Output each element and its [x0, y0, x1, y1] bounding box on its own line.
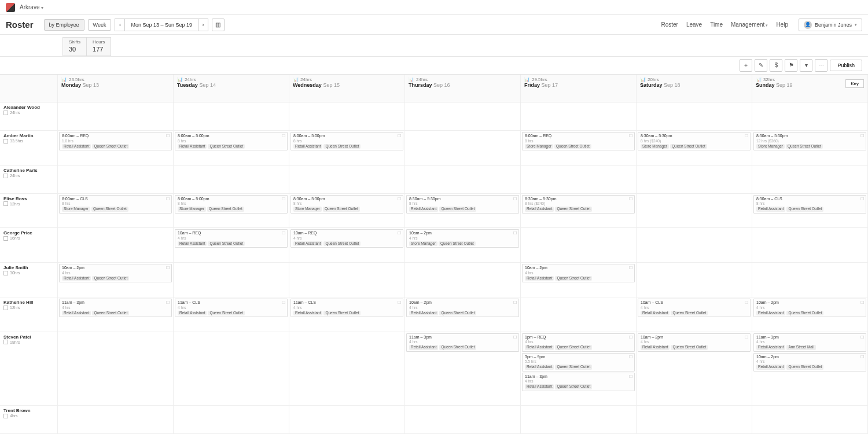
roster-slot[interactable]: [405, 102, 521, 131]
shift-card[interactable]: ☐ 10am – 2pm 4 hrs Store ManagerQueen St…: [406, 229, 519, 248]
employee-checkbox[interactable]: [3, 139, 8, 144]
shift-card[interactable]: ☐ 11am – 3pm 4 hrs Retail AssistantQueen…: [522, 373, 635, 391]
shift-card[interactable]: ☐ 11am – 3pm 4 hrs Retail AssistantQueen…: [59, 299, 172, 317]
roster-slot[interactable]: ☐ 10am – 2pm 4 hrs Retail AssistantQueen…: [405, 297, 521, 332]
roster-slot[interactable]: [752, 165, 868, 194]
roster-slot[interactable]: ☐ 8:00am – 5:00pm 8 hrs Store ManagerQue…: [174, 194, 289, 229]
shift-card[interactable]: ☐ 10am – 2pm 4 hrs Retail AssistantQueen…: [753, 299, 866, 317]
add-shift-icon[interactable]: ＋: [740, 59, 752, 72]
more-icon[interactable]: ⋯: [815, 59, 827, 72]
roster-slot[interactable]: ☐ 10am – 2pm 4 hrs Retail AssistantQueen…: [752, 297, 868, 332]
shift-card[interactable]: ☐ 10am – 2pm 4 hrs Retail AssistantQueen…: [406, 299, 519, 317]
org-switcher[interactable]: Arkrave: [20, 4, 43, 10]
publish-button[interactable]: Publish: [830, 60, 862, 71]
roster-slot[interactable]: [521, 102, 637, 131]
roster-slot[interactable]: ☐ 8:00am – CLS 8 hrs Store ManagerQueen …: [58, 194, 174, 229]
roster-slot[interactable]: [405, 263, 521, 297]
employee-checkbox[interactable]: [3, 340, 8, 344]
roster-slot[interactable]: [637, 263, 752, 297]
employee-cell[interactable]: George Price 16hrs: [0, 228, 58, 263]
employee-checkbox[interactable]: [3, 201, 8, 206]
roster-slot[interactable]: [174, 102, 289, 131]
shift-card[interactable]: ☐ 8:00am – REQ 8 hrs Store ManagerQueen …: [522, 132, 635, 150]
roster-slot[interactable]: ☐ 11am – 3pm 4 hrs Retail AssistantQueen…: [405, 332, 521, 406]
nav-help[interactable]: Help: [776, 21, 788, 28]
shift-card[interactable]: ☐ 11am – 3pm 4 hrs Retail AssistantAnn S…: [753, 333, 866, 352]
employee-cell[interactable]: Trent Brown 4hrs: [0, 406, 58, 434]
roster-slot[interactable]: ☐ 10am – 2pm 4 hrs Retail AssistantQueen…: [58, 263, 174, 297]
roster-slot[interactable]: [289, 165, 405, 194]
roster-slot[interactable]: [58, 102, 174, 131]
roster-slot[interactable]: [637, 406, 752, 434]
roster-slot[interactable]: ☐ 8:30am – 5:30pm 8 hrs ($240) Retail As…: [521, 194, 637, 229]
shift-card[interactable]: ☐ 8:00am – CLS 8 hrs Store ManagerQueen …: [59, 195, 172, 214]
roster-slot[interactable]: [174, 165, 289, 194]
roster-slot[interactable]: [752, 102, 868, 131]
shift-card[interactable]: ☐ 8:30am – 5:30pm 12 hrs ($360) Store Ma…: [753, 132, 866, 150]
shift-card[interactable]: ☐ 11am – CLS 4 hrs Retail AssistantQueen…: [175, 299, 288, 317]
employee-cell[interactable]: Catherine Paris 24hrs: [0, 165, 58, 194]
roster-slot[interactable]: [752, 406, 868, 434]
roster-slot[interactable]: [752, 263, 868, 297]
nav-time[interactable]: Time: [710, 21, 723, 28]
roster-slot[interactable]: [58, 165, 174, 194]
roster-slot[interactable]: [637, 165, 752, 194]
filter-icon[interactable]: ▾: [800, 59, 812, 72]
roster-slot[interactable]: [174, 332, 289, 406]
employee-cell[interactable]: Julie Smith 30hrs: [0, 263, 58, 297]
roster-slot[interactable]: ☐ 11am – CLS 4 hrs Retail AssistantQueen…: [289, 297, 405, 332]
roster-slot[interactable]: [521, 297, 637, 332]
user-menu[interactable]: 👤 Benjamin Jones: [799, 19, 862, 31]
shift-card[interactable]: ☐ 8:30am – CLS 8 hrs Retail AssistantQue…: [753, 195, 866, 214]
shift-card[interactable]: ☐ 8:30am – 5:30pm 8 hrs Store ManagerQue…: [290, 195, 403, 214]
roster-slot[interactable]: [521, 165, 637, 194]
shift-card[interactable]: ☐ 8:00am – 5:00pm 8 hrs Store ManagerQue…: [175, 195, 288, 214]
roster-slot[interactable]: ☐ 8:00am – REQ 8 hrs Store ManagerQueen …: [521, 131, 637, 165]
employee-checkbox[interactable]: [3, 414, 8, 418]
roster-slot[interactable]: [289, 332, 405, 406]
roster-slot[interactable]: ☐ 11am – 3pm 4 hrs Retail AssistantAnn S…: [752, 332, 868, 406]
roster-slot[interactable]: ☐ 8:30am – 5:30pm 8 hrs Store ManagerQue…: [289, 194, 405, 229]
employee-cell[interactable]: Elise Ross 12hrs: [0, 194, 58, 229]
shift-card[interactable]: ☐ 10am – 2pm 4 hrs Retail AssistantQueen…: [522, 264, 635, 282]
roster-slot[interactable]: ☐ 8:30am – 5:30pm 8 hrs ($240) Store Man…: [637, 131, 752, 165]
employee-checkbox[interactable]: [3, 111, 8, 115]
roster-slot[interactable]: ☐ 8:00am – 5:00pm 8 hrs Retail Assistant…: [289, 131, 405, 165]
nav-management[interactable]: Management: [731, 21, 768, 28]
period-week[interactable]: Week: [88, 19, 112, 31]
roster-slot[interactable]: [58, 406, 174, 434]
roster-slot[interactable]: ☐ 10am – 2pm 4 hrs Retail AssistantQueen…: [521, 263, 637, 297]
nav-leave[interactable]: Leave: [686, 21, 702, 28]
shift-card[interactable]: ☐ 8:00am – 5:00pm 8 hrs Retail Assistant…: [290, 132, 403, 150]
roster-slot[interactable]: ☐ 10am – 2pm 4 hrs Store ManagerQueen St…: [405, 228, 521, 263]
roster-slot[interactable]: [289, 263, 405, 297]
roster-slot[interactable]: ☐ 8:30am – 5:30pm 8 hrs Retail Assistant…: [405, 194, 521, 229]
shift-card[interactable]: ☐ 8:30am – 5:30pm 8 hrs Retail Assistant…: [406, 195, 519, 214]
roster-slot[interactable]: [405, 131, 521, 165]
roster-slot[interactable]: [405, 165, 521, 194]
employee-checkbox[interactable]: [3, 236, 8, 241]
shift-card[interactable]: ☐ 3pm – 9pm 5.5 hrs Retail AssistantQuee…: [522, 353, 635, 372]
roster-slot[interactable]: [521, 406, 637, 434]
roster-slot[interactable]: [289, 406, 405, 434]
shift-card[interactable]: ☐ 8:00am – 5:00pm 8 hrs Retail Assistant…: [175, 132, 288, 150]
roster-slot[interactable]: ☐ 8:00am – REQ 1.0 hrs Retail AssistantQ…: [58, 131, 174, 165]
employee-cell[interactable]: Alexander Wood 24hrs: [0, 102, 58, 131]
shift-card[interactable]: ☐ 10am – 2pm 4 hrs Retail AssistantQueen…: [59, 264, 172, 282]
view-by-employee[interactable]: by Employee: [44, 19, 84, 31]
roster-slot[interactable]: ☐ 11am – 3pm 4 hrs Retail AssistantQueen…: [58, 297, 174, 332]
roster-slot[interactable]: ☐ 10am – REQ 4 hrs Retail AssistantQueen…: [174, 228, 289, 263]
roster-slot[interactable]: [521, 228, 637, 263]
roster-slot[interactable]: [405, 406, 521, 434]
roster-slot[interactable]: [58, 332, 174, 406]
nav-roster[interactable]: Roster: [661, 21, 678, 28]
employee-checkbox[interactable]: [3, 306, 8, 310]
roster-slot[interactable]: [637, 194, 752, 229]
roster-slot[interactable]: ☐ 10am – REQ 4 hrs Retail AssistantQueen…: [289, 228, 405, 263]
shift-card[interactable]: ☐ 10am – REQ 4 hrs Retail AssistantQueen…: [290, 229, 403, 248]
roster-slot[interactable]: ☐ 8:30am – CLS 8 hrs Retail AssistantQue…: [752, 194, 868, 229]
shift-card[interactable]: ☐ 8:30am – 5:30pm 8 hrs ($240) Store Man…: [638, 132, 751, 150]
employee-cell[interactable]: Amber Martin 33.5hrs: [0, 131, 58, 165]
employee-cell[interactable]: Steven Patel 18hrs: [0, 332, 58, 406]
shift-card[interactable]: ☐ 10am – 2pm 4 hrs Retail AssistantQueen…: [638, 333, 751, 352]
